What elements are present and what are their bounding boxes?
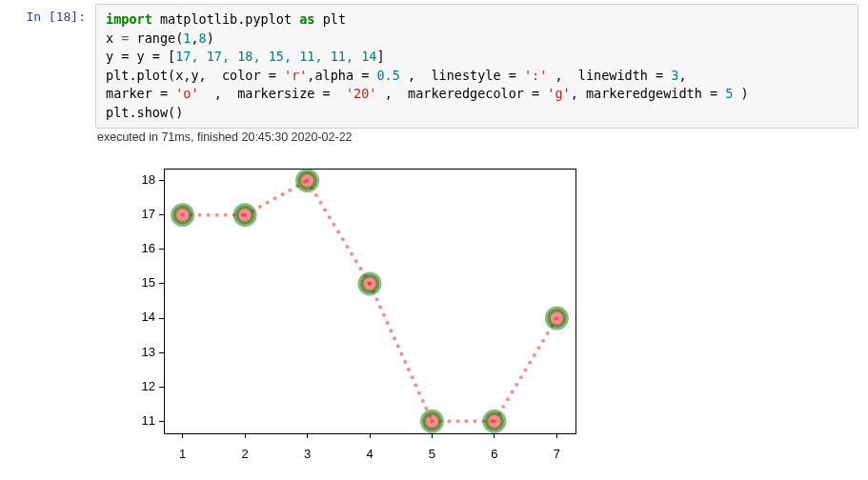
y-tick-label: 11 [142, 413, 155, 428]
svg-point-60 [411, 376, 414, 380]
svg-point-51 [378, 306, 382, 310]
chart-output: 11121314151617181234567 [95, 150, 858, 460]
svg-point-86 [546, 331, 550, 335]
y-tick-label: 18 [142, 172, 155, 187]
svg-point-36 [319, 201, 323, 205]
svg-point-40 [336, 230, 340, 234]
svg-point-56 [396, 345, 400, 349]
svg-point-55 [393, 337, 396, 341]
svg-point-61 [414, 384, 417, 388]
svg-point-58 [403, 360, 407, 364]
execution-timing: executed in 71ms, finished 20:45:30 2020… [95, 129, 858, 150]
svg-point-41 [341, 238, 345, 242]
svg-point-20 [215, 213, 219, 217]
svg-point-54 [389, 330, 393, 333]
svg-point-21 [224, 213, 228, 217]
line-chart: 11121314151617181234567 [105, 155, 589, 460]
svg-point-57 [399, 352, 403, 356]
svg-point-42 [345, 245, 349, 249]
code-input[interactable]: import matplotlib.pyplot as plt x = rang… [95, 4, 858, 129]
svg-point-62 [417, 391, 421, 395]
y-tick-label: 15 [142, 276, 155, 290]
x-tick-label: 1 [179, 447, 186, 460]
svg-rect-0 [164, 169, 575, 433]
kw-as: as [299, 11, 314, 27]
svg-point-76 [501, 405, 505, 409]
svg-point-30 [288, 189, 292, 192]
svg-point-28 [273, 197, 277, 201]
svg-point-70 [464, 420, 468, 424]
svg-point-63 [421, 399, 425, 403]
svg-point-83 [533, 353, 536, 357]
svg-point-64 [424, 407, 428, 410]
input-area-wrap: import matplotlib.pyplot as plt x = rang… [95, 4, 868, 460]
svg-point-50 [374, 298, 378, 302]
svg-point-80 [519, 376, 523, 380]
svg-point-53 [386, 321, 390, 325]
y-tick-label: 12 [142, 379, 155, 393]
svg-point-45 [358, 267, 362, 270]
svg-point-77 [506, 398, 510, 402]
svg-point-85 [541, 339, 545, 343]
y-tick-label: 13 [142, 345, 155, 359]
y-tick-label: 14 [142, 310, 155, 325]
plot-markers [173, 171, 567, 431]
svg-point-29 [280, 192, 284, 196]
svg-point-78 [511, 390, 515, 394]
svg-point-19 [207, 213, 211, 217]
svg-point-18 [198, 213, 202, 217]
x-tick-label: 3 [304, 447, 311, 460]
svg-point-26 [258, 205, 262, 209]
svg-point-52 [382, 313, 386, 317]
svg-point-68 [447, 420, 451, 424]
input-prompt: In [18]: [0, 4, 95, 460]
notebook-cell: In [18]: import matplotlib.pyplot as plt… [0, 0, 868, 460]
x-tick-label: 6 [491, 447, 497, 460]
svg-point-84 [536, 347, 540, 350]
y-tick-label: 16 [142, 242, 155, 256]
svg-point-43 [350, 252, 353, 256]
y-tick-label: 17 [142, 208, 155, 222]
svg-point-82 [528, 361, 532, 365]
svg-point-44 [354, 260, 358, 264]
svg-point-69 [455, 420, 459, 424]
svg-point-81 [523, 369, 527, 372]
svg-point-71 [473, 420, 476, 424]
svg-point-38 [328, 216, 332, 220]
svg-point-37 [323, 209, 327, 212]
svg-point-79 [515, 383, 518, 387]
x-tick-label: 2 [241, 447, 248, 460]
svg-point-35 [314, 193, 318, 197]
svg-point-39 [332, 223, 335, 227]
x-tick-label: 7 [554, 447, 560, 460]
svg-point-27 [266, 201, 270, 205]
x-tick-label: 4 [366, 447, 373, 460]
svg-point-59 [407, 368, 411, 371]
kw-import: import [106, 11, 152, 27]
x-tick-label: 5 [429, 447, 435, 460]
